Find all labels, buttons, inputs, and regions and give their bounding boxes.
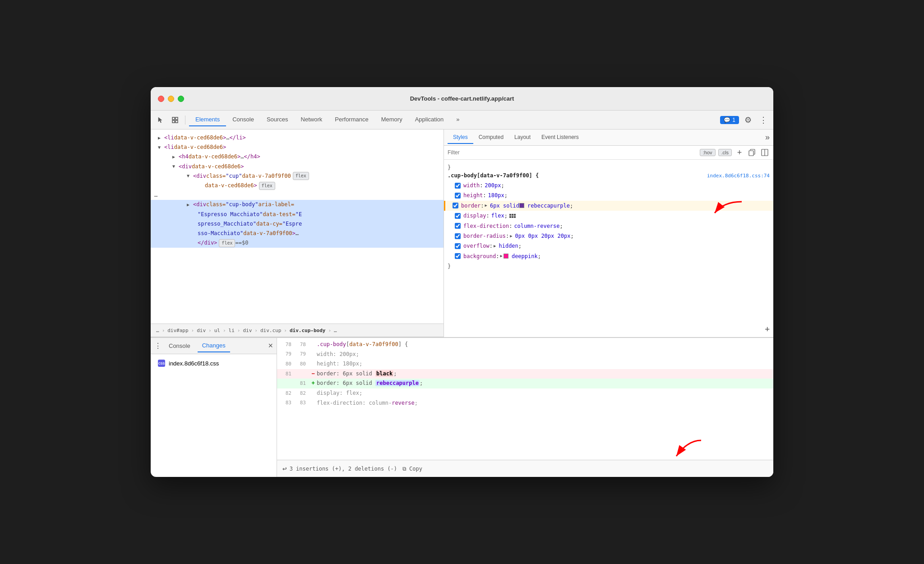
bottom-tab-changes[interactable]: Changes [198, 339, 230, 352]
bottom-sidebar-content: CSS index.8d6c6f18.css [151, 354, 277, 477]
html-line[interactable]: … [151, 190, 444, 200]
minimize-button[interactable] [168, 96, 174, 102]
diff-line-83: 83 83 flex-direction: column-reverse; [277, 398, 773, 408]
flex-badge[interactable]: flex [293, 172, 309, 180]
tab-sources[interactable]: Sources [260, 113, 295, 126]
expand-arrow[interactable]: ▼ [187, 172, 193, 180]
cursor-icon-btn[interactable] [154, 114, 167, 126]
styles-tab-styles[interactable]: Styles [448, 131, 473, 144]
html-line[interactable]: data-v-ced68de6 > flex [151, 181, 444, 190]
tab-console[interactable]: Console [226, 113, 260, 126]
bottom-tab-console[interactable]: Console [164, 340, 195, 352]
svg-rect-3 [176, 120, 178, 123]
tab-performance[interactable]: Performance [328, 113, 374, 126]
tab-application[interactable]: Application [409, 113, 450, 126]
html-line[interactable]: ▶ <h4 data-v-ced68de6 > … </h4> [151, 152, 444, 162]
css-prop-borderradius: border-radius : ▶ 0px 0px 20px 20px ; [448, 231, 770, 241]
more-icon-btn[interactable]: ⋮ [757, 114, 770, 126]
styles-more-btn[interactable]: » [765, 133, 770, 142]
css-prop-border: border : ▶ 6px solid rebeccapurple ; ⧉ [444, 201, 773, 211]
settings-icon-btn[interactable]: ⚙ [742, 114, 754, 126]
diff-line-81-added: - 81 + border: 6px solid rebeccapurple; [277, 379, 773, 388]
chat-badge[interactable]: 💬 1 [720, 116, 739, 124]
cls-filter-btn[interactable]: .cls [718, 149, 732, 156]
expand-arrow[interactable]: ▶ [172, 153, 179, 161]
maximize-button[interactable] [178, 96, 184, 102]
styles-filter-input[interactable] [448, 149, 696, 156]
flex-badge-2[interactable]: flex [259, 182, 275, 190]
breadcrumb-div[interactable]: div [195, 327, 208, 334]
bottom-diff-panel: 78 78 .cup-body[data-v-7a0f9f00] { 79 79… [277, 338, 773, 477]
prev-rule-close: } [448, 163, 770, 172]
styles-tab-eventlisteners[interactable]: Event Listeners [536, 131, 584, 144]
css-prop-checkbox-height[interactable] [455, 193, 461, 199]
breadcrumb-divapp[interactable]: div#app [166, 327, 190, 334]
css-prop-flexdir: flex-direction : column-reverse ; [448, 221, 770, 231]
tab-memory[interactable]: Memory [375, 113, 409, 126]
css-prop-checkbox-flexdir[interactable] [455, 223, 461, 229]
diff-line-79: 79 79 width: 200px; [277, 350, 773, 360]
css-prop-checkbox-background[interactable] [455, 253, 461, 259]
undo-icon: ↩ [282, 464, 287, 473]
expand-arrow[interactable]: ▶ [187, 201, 193, 208]
html-line[interactable]: ▶ <li data-v-ced68de6 > … </li> [151, 133, 444, 143]
html-line-selected-cont[interactable]: "Espresso Macchiato" data-test="E [151, 210, 444, 219]
add-rule-btn[interactable]: + [765, 324, 770, 333]
file-item-css[interactable]: CSS index.8d6c6f18.css [154, 358, 273, 369]
css-prop-checkbox-borderradius[interactable] [455, 233, 461, 239]
breadcrumb-divcup[interactable]: div.cup [259, 327, 283, 334]
border-color-swatch[interactable] [519, 203, 524, 208]
css-prop-checkbox-overflow[interactable] [455, 243, 461, 249]
html-line-selected-end[interactable]: </div> flex == $0 [151, 238, 444, 248]
copy-changes-btn[interactable]: ⧉ Copy [402, 466, 422, 472]
breadcrumb-div2[interactable]: div [241, 327, 254, 334]
title-bar: DevTools - coffee-cart.netlify.app/cart [151, 87, 773, 111]
breadcrumb-li[interactable]: li [227, 327, 236, 334]
tab-more[interactable]: » [450, 113, 466, 126]
svg-rect-4 [749, 151, 753, 156]
breadcrumb-dots[interactable]: … [154, 327, 161, 334]
close-button[interactable] [158, 96, 164, 102]
diff-footer: ↩ 3 insertions (+), 2 deletions (-) ⧉ Co… [277, 460, 773, 477]
undo-changes-btn[interactable]: ↩ 3 insertions (+), 2 deletions (-) [282, 464, 397, 473]
toggle-panel-btn[interactable] [760, 148, 770, 157]
diff-summary: 3 insertions (+), 2 deletions (-) [290, 466, 397, 472]
expand-arrow[interactable]: ▶ [158, 134, 164, 142]
styles-tab-computed[interactable]: Computed [473, 131, 509, 144]
flex-badge-3[interactable]: flex [219, 239, 235, 247]
css-source-link[interactable]: index.8d6c6f18.css:74 [707, 173, 770, 179]
background-color-swatch[interactable] [504, 254, 508, 259]
styles-content: } .cup-body[data-v-7a0f9f00] { index.8d6… [444, 160, 773, 337]
devtools-body: ▶ <li data-v-ced68de6 > … </li> ▼ <li da… [151, 129, 773, 337]
diff-content[interactable]: 78 78 .cup-body[data-v-7a0f9f00] { 79 79… [277, 338, 773, 460]
inspect-icon-btn[interactable] [169, 114, 181, 126]
html-line-selected-cont2[interactable]: spresso_Macchiato" data-cy="Espre [151, 219, 444, 229]
traffic-lights [158, 96, 184, 102]
html-line-selected[interactable]: ▶ <div class="cup-body" aria-label= [151, 200, 444, 209]
bottom-menu-dots[interactable]: ⋮ [154, 342, 162, 350]
styles-tabs: Styles Computed Layout Event Listeners » [444, 129, 773, 146]
breadcrumb-bar: … › div#app › div › ul › li › div › div.… [151, 324, 444, 337]
css-prop-overflow: overflow : ▶ hidden ; [448, 241, 770, 251]
expand-arrow[interactable]: ▼ [172, 163, 179, 170]
bottom-panel-close[interactable]: × [268, 341, 273, 351]
elements-content[interactable]: ▶ <li data-v-ced68de6 > … </li> ▼ <li da… [151, 129, 444, 324]
hover-filter-btn[interactable]: :hov [700, 149, 716, 156]
html-line[interactable]: ▼ <div data-v-ced68de6 > [151, 162, 444, 171]
css-prop-checkbox-display[interactable] [455, 213, 461, 219]
html-line[interactable]: ▼ <div class="cup" data-v-7a0f9f00 flex [151, 171, 444, 181]
expand-arrow[interactable]: ▼ [158, 144, 164, 151]
copy-styles-btn[interactable] [747, 148, 757, 157]
css-prop-checkbox-border[interactable] [453, 203, 458, 208]
tab-network[interactable]: Network [295, 113, 329, 126]
html-line-selected-cont3[interactable]: sso-Macchiato" data-v-7a0f9f00 > … [151, 229, 444, 238]
copy-icon: ⧉ [402, 466, 407, 472]
styles-tab-layout[interactable]: Layout [509, 131, 536, 144]
breadcrumb-divcupbody[interactable]: div.cup-body [288, 327, 327, 334]
css-prop-checkbox-width[interactable] [455, 183, 461, 189]
breadcrumb-end-dots[interactable]: … [332, 327, 339, 334]
tab-elements[interactable]: Elements [189, 113, 226, 126]
html-line[interactable]: ▼ <li data-v-ced68de6 > [151, 143, 444, 152]
add-style-btn[interactable]: + [735, 148, 744, 157]
breadcrumb-ul[interactable]: ul [213, 327, 222, 334]
